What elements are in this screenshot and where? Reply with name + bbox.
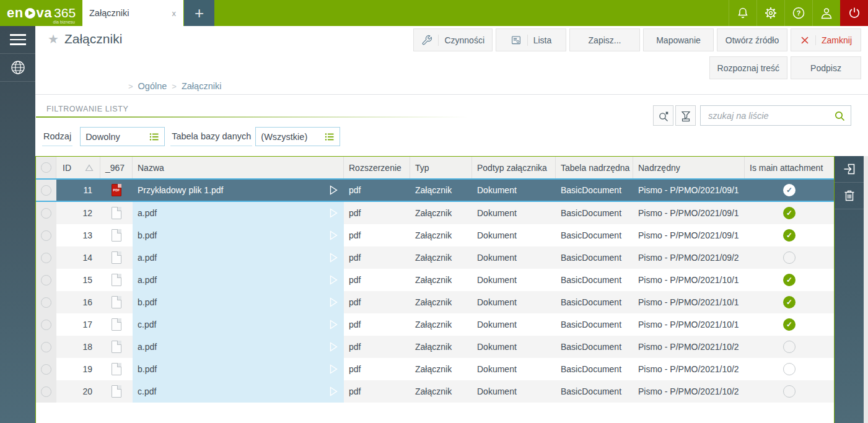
toolbar: Czynności Lista Zapisz... Mapowanie Otwó… — [413, 28, 861, 79]
preview-play-icon[interactable] — [329, 230, 338, 241]
lista-button[interactable]: Lista — [496, 28, 566, 51]
zamknij-button[interactable]: Zamknij — [791, 28, 861, 51]
cell-parent-table: BasicDocument — [556, 380, 633, 403]
column-header-podtyp[interactable]: Podtyp załącznika — [472, 157, 556, 178]
cell-id: 16 — [56, 291, 100, 313]
settings-button[interactable] — [756, 0, 784, 26]
is-main-indicator[interactable] — [745, 313, 834, 336]
breadcrumb-ogolne[interactable]: Ogólne — [138, 81, 167, 91]
table-row[interactable]: 13 b.pdf pdf Załącznik Dokument BasicDoc… — [36, 224, 834, 246]
is-main-indicator[interactable] — [745, 224, 834, 246]
table-row[interactable]: 20 c.pdf pdf Załącznik Dokument BasicDoc… — [36, 380, 834, 403]
is-main-indicator[interactable] — [745, 380, 834, 403]
row-select-radio[interactable] — [36, 313, 56, 336]
user-button[interactable] — [812, 0, 840, 26]
column-header-tabela-nadrzedna[interactable]: Tabela nadrzędna — [556, 157, 633, 178]
sort-ascending-icon[interactable] — [85, 164, 94, 172]
column-header-967[interactable]: _967 — [100, 157, 133, 178]
column-header-nadrzedny[interactable]: Nadrzędny — [633, 157, 745, 178]
rodzaj-label: Rodzaj — [42, 127, 72, 146]
preview-play-icon[interactable] — [329, 342, 338, 352]
row-select-radio[interactable] — [36, 336, 56, 358]
cell-name[interactable]: c.pdf — [133, 313, 344, 336]
is-main-indicator[interactable] — [745, 358, 834, 380]
table-row[interactable]: 14 a.pdf pdf Załącznik Dokument BasicDoc… — [36, 246, 834, 269]
open-attachment-button[interactable] — [835, 156, 864, 183]
is-main-indicator[interactable] — [745, 269, 834, 291]
table-row[interactable]: 12 a.pdf pdf Załącznik Dokument BasicDoc… — [36, 202, 834, 224]
table-row[interactable]: 17 c.pdf pdf Załącznik Dokument BasicDoc… — [36, 313, 834, 336]
breadcrumb-zalaczniki[interactable]: Załączniki — [182, 81, 221, 91]
table-row[interactable]: 18 a.pdf pdf Załącznik Dokument BasicDoc… — [36, 336, 834, 358]
tab-zalaczniki[interactable]: Załączniki x — [82, 0, 183, 26]
zapisz-button[interactable]: Zapisz... — [569, 28, 640, 51]
logo-tagline: dla biznesu — [53, 20, 75, 24]
table-row[interactable]: 19 b.pdf pdf Załącznik Dokument BasicDoc… — [36, 358, 834, 380]
column-header-is-main[interactable]: Is main attachment — [745, 157, 834, 178]
row-select-radio[interactable] — [36, 269, 56, 291]
tabela-bazy-danych-select[interactable]: (Wszystkie) — [255, 127, 340, 146]
column-header-id[interactable]: ID — [56, 157, 100, 178]
preview-play-icon[interactable] — [329, 386, 338, 397]
logout-button[interactable] — [840, 0, 868, 26]
cell-name[interactable]: a.pdf — [133, 336, 344, 358]
otworz-zrodlo-button[interactable]: Otwórz źródło — [717, 28, 787, 51]
is-main-indicator[interactable] — [745, 202, 834, 224]
search-icon[interactable] — [833, 110, 846, 122]
preview-play-icon[interactable] — [329, 208, 338, 219]
mapowanie-button[interactable]: Mapowanie — [643, 28, 714, 51]
row-select-radio[interactable] — [36, 180, 56, 201]
cell-name[interactable]: c.pdf — [133, 380, 344, 403]
column-header-rozszerzenie[interactable]: Rozszerzenie — [344, 157, 410, 178]
table-row[interactable]: 16 b.pdf pdf Załącznik Dokument BasicDoc… — [36, 291, 834, 313]
preview-play-icon[interactable] — [329, 275, 338, 286]
row-select-radio[interactable] — [36, 291, 56, 313]
cell-name[interactable]: b.pdf — [133, 291, 344, 313]
cell-name[interactable]: a.pdf — [133, 246, 344, 269]
new-tab-button[interactable]: + — [184, 0, 214, 26]
main-menu-button[interactable] — [0, 26, 35, 54]
filter-settings-button[interactable] — [675, 105, 696, 126]
cell-subtype: Dokument — [472, 358, 556, 380]
czynnosci-button[interactable]: Czynności — [413, 28, 493, 51]
cell-name[interactable]: Przykładowy plik 1.pdf — [133, 180, 344, 201]
row-select-radio[interactable] — [36, 380, 56, 403]
row-select-radio[interactable] — [36, 202, 56, 224]
rozpoznaj-tresc-button[interactable]: Rozpoznaj treść — [709, 56, 787, 79]
row-select-radio[interactable] — [36, 246, 56, 269]
notifications-button[interactable] — [729, 0, 756, 26]
preview-play-icon[interactable] — [329, 320, 338, 330]
search-input[interactable] — [708, 111, 833, 121]
preview-play-icon[interactable] — [329, 185, 338, 196]
help-button[interactable]: ? — [784, 0, 812, 26]
language-button[interactable] — [0, 54, 35, 82]
is-main-indicator[interactable] — [745, 336, 834, 358]
column-header-typ[interactable]: Typ — [410, 157, 472, 178]
preview-play-icon[interactable] — [329, 297, 338, 308]
favorite-star-icon[interactable]: ★ — [48, 33, 59, 45]
cell-name[interactable]: a.pdf — [133, 202, 344, 224]
table-row[interactable]: 15 a.pdf pdf Załącznik Dokument BasicDoc… — [36, 269, 834, 291]
is-main-indicator[interactable] — [745, 180, 834, 201]
table-row[interactable]: 11 Przykładowy plik 1.pdf pdf Załącznik … — [36, 180, 834, 202]
cell-name[interactable]: a.pdf — [133, 269, 344, 291]
cell-name[interactable]: b.pdf — [133, 224, 344, 246]
file-type-icon-cell — [100, 380, 133, 403]
preview-play-icon[interactable] — [329, 253, 338, 263]
preview-play-icon[interactable] — [329, 364, 338, 375]
tab-close-icon[interactable]: x — [172, 9, 177, 18]
cell-extension: pdf — [344, 358, 410, 380]
is-main-indicator[interactable] — [745, 291, 834, 313]
header-select-radio[interactable] — [36, 157, 56, 178]
is-main-indicator[interactable] — [745, 246, 834, 269]
row-select-radio[interactable] — [36, 224, 56, 246]
cell-name[interactable]: b.pdf — [133, 358, 344, 380]
delete-attachment-button[interactable] — [835, 183, 864, 209]
row-select-radio[interactable] — [36, 358, 56, 380]
rodzaj-select[interactable]: Dowolny — [80, 127, 165, 146]
file-type-icon-cell — [100, 358, 133, 380]
advanced-search-button[interactable] — [653, 105, 673, 126]
podpisz-button[interactable]: Podpisz — [791, 56, 861, 79]
scrollbar[interactable] — [864, 156, 868, 423]
column-header-nazwa[interactable]: Nazwa — [133, 157, 344, 178]
